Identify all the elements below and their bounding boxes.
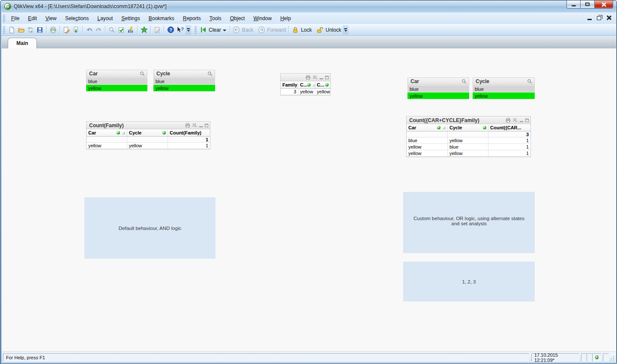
search-icon[interactable]: [140, 71, 145, 77]
undo-icon[interactable]: [84, 25, 94, 35]
clear-button[interactable]: Clear: [209, 27, 221, 33]
window-maximize-button[interactable]: [581, 0, 594, 9]
list-item[interactable]: yellow: [473, 92, 535, 99]
table-cell[interactable]: yellow: [448, 150, 488, 157]
table-caption[interactable]: Count({CAR+CYCLE}Family) XL: [407, 116, 530, 124]
toolbar-grip-icon[interactable]: [3, 15, 5, 22]
table-caption[interactable]: XL: [281, 74, 330, 81]
object-maximize-icon[interactable]: [205, 124, 208, 127]
table-row[interactable]: 3 yellow yellow: [281, 89, 330, 95]
column-header[interactable]: Count({CAR...: [488, 124, 530, 131]
column-header[interactable]: Family: [281, 81, 298, 89]
table-cell[interactable]: yellow: [298, 89, 315, 95]
listbox-caption[interactable]: Car: [407, 78, 469, 85]
table-cell[interactable]: yellow: [407, 150, 448, 157]
menu-settings[interactable]: Settings: [117, 14, 144, 23]
table-row[interactable]: yellow yellow 1: [87, 143, 210, 149]
window-minimize-button[interactable]: [566, 0, 581, 9]
list-item[interactable]: yellow: [153, 84, 215, 91]
back-icon[interactable]: [232, 25, 241, 35]
textbox-default-behaviour[interactable]: Default behaviour, AND logic: [84, 197, 216, 259]
unlock-button[interactable]: Unlock: [326, 27, 341, 33]
menu-window[interactable]: Window: [249, 14, 276, 23]
table-cell[interactable]: yellow: [315, 89, 330, 95]
toolbar-grip-icon[interactable]: [3, 26, 5, 34]
table-cell[interactable]: yellow: [87, 143, 127, 149]
menu-reports[interactable]: Reports: [179, 14, 205, 23]
print-icon[interactable]: [185, 123, 190, 128]
table-row[interactable]: yellow yellow 1: [407, 150, 530, 157]
table-cell[interactable]: 3: [281, 89, 298, 95]
edit-script-icon[interactable]: [62, 25, 71, 35]
clear-selections-icon[interactable]: [198, 25, 208, 35]
column-header[interactable]: Car: [407, 124, 448, 131]
document-minimize-icon[interactable]: [587, 19, 592, 20]
listbox-caption[interactable]: Car: [86, 70, 147, 78]
current-selections-icon[interactable]: [117, 25, 126, 35]
new-document-icon[interactable]: [7, 25, 16, 35]
export-excel-icon[interactable]: XL: [313, 75, 317, 80]
object-maximize-icon[interactable]: [525, 119, 529, 122]
redo-icon[interactable]: [94, 25, 103, 35]
export-excel-icon[interactable]: XL: [513, 118, 518, 122]
table-row[interactable]: yellow blue 1: [407, 144, 530, 150]
table-cell[interactable]: 1: [488, 144, 530, 150]
print-icon[interactable]: [306, 75, 311, 80]
search-icon[interactable]: [461, 79, 467, 84]
textbox-states-list[interactable]: 1, 2, 3: [403, 262, 535, 301]
menu-bookmarks[interactable]: Bookmarks: [144, 14, 179, 23]
chevron-down-icon[interactable]: [223, 30, 226, 31]
listbox-caption[interactable]: Cycle: [473, 78, 535, 85]
table-cell[interactable]: yellow: [448, 137, 488, 144]
resize-grip-icon[interactable]: [609, 356, 614, 361]
search-icon[interactable]: [107, 25, 117, 35]
tab-main[interactable]: Main: [8, 38, 37, 48]
column-header[interactable]: Car: [87, 129, 127, 137]
menu-object[interactable]: Object: [226, 14, 249, 23]
export-excel-icon[interactable]: XL: [192, 123, 197, 128]
menu-help[interactable]: Help: [276, 14, 295, 23]
list-item[interactable]: yellow: [86, 84, 147, 91]
object-minimize-icon[interactable]: [520, 121, 523, 122]
lock-button[interactable]: Lock: [301, 27, 311, 33]
context-help-icon[interactable]: ?: [175, 25, 185, 35]
search-icon[interactable]: [527, 79, 533, 84]
search-icon[interactable]: [207, 71, 213, 77]
forward-icon[interactable]: [257, 25, 266, 35]
table-cell[interactable]: 1: [488, 137, 530, 144]
object-minimize-icon[interactable]: [320, 78, 323, 79]
back-button[interactable]: Back: [242, 27, 254, 33]
toolbar-options-icon[interactable]: [343, 25, 348, 35]
notes-icon[interactable]: [153, 25, 162, 35]
toolbar-options-icon[interactable]: [186, 25, 191, 35]
menu-edit[interactable]: Edit: [24, 14, 41, 23]
listbox-caption[interactable]: Cycle: [153, 70, 215, 78]
column-header[interactable]: Count(Family): [168, 129, 210, 137]
toolbar-grip-icon[interactable]: [195, 26, 197, 34]
object-minimize-icon[interactable]: [199, 126, 203, 127]
quick-chart-wizard-icon[interactable]: [126, 25, 135, 35]
help-icon[interactable]: ?: [166, 25, 175, 35]
column-header[interactable]: C...: [298, 81, 315, 89]
table-caption[interactable]: Count(Family) XL: [87, 122, 210, 129]
list-item[interactable]: blue: [473, 85, 535, 92]
column-header[interactable]: Cycle: [448, 124, 488, 131]
refresh-icon[interactable]: [26, 25, 35, 35]
list-item[interactable]: blue: [407, 85, 469, 92]
title-bar[interactable]: QlikView x64 - [E:\Users\Stefan\Download…: [0, 0, 617, 12]
menu-selections[interactable]: Selections: [61, 14, 93, 23]
open-file-icon[interactable]: [16, 25, 26, 35]
table-row[interactable]: blue yellow 1: [407, 137, 530, 144]
print-icon[interactable]: [48, 25, 58, 35]
menu-tools[interactable]: Tools: [205, 14, 226, 23]
column-header[interactable]: C...: [315, 81, 330, 89]
unlock-icon[interactable]: [315, 25, 325, 35]
print-icon[interactable]: [506, 118, 511, 122]
list-item[interactable]: blue: [86, 78, 147, 84]
list-item[interactable]: blue: [153, 78, 215, 84]
table-cell[interactable]: blue: [448, 144, 488, 150]
save-icon[interactable]: [35, 25, 45, 35]
reload-data-icon[interactable]: [71, 25, 81, 35]
object-maximize-icon[interactable]: [325, 76, 329, 79]
lock-icon[interactable]: [291, 25, 300, 35]
